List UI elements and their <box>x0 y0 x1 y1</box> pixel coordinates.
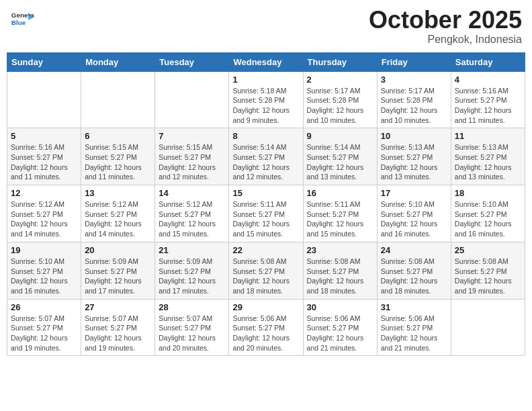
day-cell: 4Sunrise: 5:16 AM Sunset: 5:27 PM Daylig… <box>451 71 525 128</box>
day-number: 10 <box>381 131 447 141</box>
logo: General Blue <box>10 7 34 31</box>
week-row-0: 1Sunrise: 5:18 AM Sunset: 5:28 PM Daylig… <box>7 71 525 128</box>
day-number: 19 <box>11 245 77 255</box>
day-info: Sunrise: 5:15 AM Sunset: 5:27 PM Dayligh… <box>85 142 151 182</box>
day-number: 31 <box>381 302 447 312</box>
day-info: Sunrise: 5:10 AM Sunset: 5:27 PM Dayligh… <box>455 199 521 239</box>
day-info: Sunrise: 5:09 AM Sunset: 5:27 PM Dayligh… <box>159 257 225 296</box>
day-info: Sunrise: 5:07 AM Sunset: 5:27 PM Dayligh… <box>11 314 77 353</box>
week-row-4: 26Sunrise: 5:07 AM Sunset: 5:27 PM Dayli… <box>7 299 525 356</box>
day-cell: 20Sunrise: 5:09 AM Sunset: 5:27 PM Dayli… <box>81 242 155 299</box>
weekday-header-saturday: Saturday <box>451 52 525 71</box>
day-number: 23 <box>307 245 373 255</box>
day-cell: 21Sunrise: 5:09 AM Sunset: 5:27 PM Dayli… <box>155 242 229 299</box>
weekday-header-sunday: Sunday <box>7 52 81 71</box>
day-info: Sunrise: 5:10 AM Sunset: 5:27 PM Dayligh… <box>11 257 77 296</box>
day-cell: 31Sunrise: 5:06 AM Sunset: 5:27 PM Dayli… <box>377 299 451 356</box>
day-info: Sunrise: 5:13 AM Sunset: 5:27 PM Dayligh… <box>455 142 521 182</box>
day-number: 1 <box>232 75 299 85</box>
day-info: Sunrise: 5:12 AM Sunset: 5:27 PM Dayligh… <box>159 199 225 239</box>
weekday-header-wednesday: Wednesday <box>229 52 303 71</box>
day-number: 16 <box>307 188 373 198</box>
day-number: 30 <box>307 302 373 312</box>
day-number: 7 <box>159 131 225 141</box>
day-info: Sunrise: 5:10 AM Sunset: 5:27 PM Dayligh… <box>381 199 447 239</box>
day-cell: 7Sunrise: 5:15 AM Sunset: 5:27 PM Daylig… <box>155 128 229 185</box>
day-info: Sunrise: 5:16 AM Sunset: 5:27 PM Dayligh… <box>455 86 521 126</box>
day-info: Sunrise: 5:15 AM Sunset: 5:27 PM Dayligh… <box>159 142 225 182</box>
day-cell: 8Sunrise: 5:14 AM Sunset: 5:27 PM Daylig… <box>229 128 303 185</box>
title-area: October 2025 Pengkok, Indonesia <box>369 7 522 46</box>
day-number: 13 <box>85 188 151 198</box>
day-info: Sunrise: 5:13 AM Sunset: 5:27 PM Dayligh… <box>381 142 447 182</box>
weekday-header-tuesday: Tuesday <box>155 52 229 71</box>
day-info: Sunrise: 5:17 AM Sunset: 5:28 PM Dayligh… <box>381 86 447 126</box>
day-number: 12 <box>11 188 77 198</box>
day-number: 2 <box>307 75 373 85</box>
day-cell: 30Sunrise: 5:06 AM Sunset: 5:27 PM Dayli… <box>303 299 377 356</box>
day-number: 21 <box>159 245 225 255</box>
weekday-header-row: SundayMondayTuesdayWednesdayThursdayFrid… <box>7 52 525 71</box>
header: General Blue October 2025 Pengkok, Indon… <box>7 7 525 46</box>
day-cell: 11Sunrise: 5:13 AM Sunset: 5:27 PM Dayli… <box>451 128 525 185</box>
day-cell: 2Sunrise: 5:17 AM Sunset: 5:28 PM Daylig… <box>303 71 377 128</box>
day-cell <box>81 71 155 128</box>
day-number: 17 <box>381 188 447 198</box>
day-cell: 28Sunrise: 5:07 AM Sunset: 5:27 PM Dayli… <box>155 299 229 356</box>
day-info: Sunrise: 5:14 AM Sunset: 5:27 PM Dayligh… <box>232 142 299 182</box>
day-info: Sunrise: 5:18 AM Sunset: 5:28 PM Dayligh… <box>232 86 299 126</box>
day-number: 4 <box>455 75 521 85</box>
day-info: Sunrise: 5:17 AM Sunset: 5:28 PM Dayligh… <box>307 86 373 126</box>
day-info: Sunrise: 5:16 AM Sunset: 5:27 PM Dayligh… <box>11 142 77 182</box>
day-info: Sunrise: 5:08 AM Sunset: 5:27 PM Dayligh… <box>455 257 521 296</box>
day-cell: 12Sunrise: 5:12 AM Sunset: 5:27 PM Dayli… <box>7 185 81 242</box>
day-number: 22 <box>232 245 299 255</box>
day-number: 15 <box>232 188 299 198</box>
day-info: Sunrise: 5:12 AM Sunset: 5:27 PM Dayligh… <box>85 199 151 239</box>
week-row-3: 19Sunrise: 5:10 AM Sunset: 5:27 PM Dayli… <box>7 242 525 299</box>
day-cell: 24Sunrise: 5:08 AM Sunset: 5:27 PM Dayli… <box>377 242 451 299</box>
day-number: 6 <box>85 131 151 141</box>
day-info: Sunrise: 5:12 AM Sunset: 5:27 PM Dayligh… <box>11 199 77 239</box>
day-cell: 14Sunrise: 5:12 AM Sunset: 5:27 PM Dayli… <box>155 185 229 242</box>
weekday-header-friday: Friday <box>377 52 451 71</box>
calendar-table: SundayMondayTuesdayWednesdayThursdayFrid… <box>7 52 525 357</box>
day-number: 18 <box>455 188 521 198</box>
svg-text:Blue: Blue <box>11 19 26 26</box>
logo-icon: General Blue <box>10 7 34 31</box>
day-info: Sunrise: 5:11 AM Sunset: 5:27 PM Dayligh… <box>232 199 299 239</box>
day-cell: 22Sunrise: 5:08 AM Sunset: 5:27 PM Dayli… <box>229 242 303 299</box>
day-cell <box>451 299 525 356</box>
day-cell: 13Sunrise: 5:12 AM Sunset: 5:27 PM Dayli… <box>81 185 155 242</box>
day-number: 25 <box>455 245 521 255</box>
day-cell: 26Sunrise: 5:07 AM Sunset: 5:27 PM Dayli… <box>7 299 81 356</box>
day-cell: 29Sunrise: 5:06 AM Sunset: 5:27 PM Dayli… <box>229 299 303 356</box>
day-info: Sunrise: 5:11 AM Sunset: 5:27 PM Dayligh… <box>307 199 373 239</box>
day-number: 3 <box>381 75 447 85</box>
day-cell: 15Sunrise: 5:11 AM Sunset: 5:27 PM Dayli… <box>229 185 303 242</box>
day-info: Sunrise: 5:06 AM Sunset: 5:27 PM Dayligh… <box>307 314 373 353</box>
day-cell: 23Sunrise: 5:08 AM Sunset: 5:27 PM Dayli… <box>303 242 377 299</box>
day-number: 29 <box>232 302 299 312</box>
day-cell: 27Sunrise: 5:07 AM Sunset: 5:27 PM Dayli… <box>81 299 155 356</box>
day-number: 11 <box>455 131 521 141</box>
day-cell: 6Sunrise: 5:15 AM Sunset: 5:27 PM Daylig… <box>81 128 155 185</box>
weekday-header-thursday: Thursday <box>303 52 377 71</box>
day-number: 24 <box>381 245 447 255</box>
day-number: 14 <box>159 188 225 198</box>
day-number: 26 <box>11 302 77 312</box>
day-number: 5 <box>11 131 77 141</box>
week-row-2: 12Sunrise: 5:12 AM Sunset: 5:27 PM Dayli… <box>7 185 525 242</box>
day-cell: 3Sunrise: 5:17 AM Sunset: 5:28 PM Daylig… <box>377 71 451 128</box>
day-cell <box>7 71 81 128</box>
day-info: Sunrise: 5:06 AM Sunset: 5:27 PM Dayligh… <box>232 314 299 353</box>
day-cell: 19Sunrise: 5:10 AM Sunset: 5:27 PM Dayli… <box>7 242 81 299</box>
day-cell: 25Sunrise: 5:08 AM Sunset: 5:27 PM Dayli… <box>451 242 525 299</box>
weekday-header-monday: Monday <box>81 52 155 71</box>
day-cell: 16Sunrise: 5:11 AM Sunset: 5:27 PM Dayli… <box>303 185 377 242</box>
day-cell: 1Sunrise: 5:18 AM Sunset: 5:28 PM Daylig… <box>229 71 303 128</box>
day-info: Sunrise: 5:08 AM Sunset: 5:27 PM Dayligh… <box>232 257 299 296</box>
day-info: Sunrise: 5:07 AM Sunset: 5:27 PM Dayligh… <box>159 314 225 353</box>
day-cell: 18Sunrise: 5:10 AM Sunset: 5:27 PM Dayli… <box>451 185 525 242</box>
calendar-title: October 2025 <box>369 7 522 34</box>
